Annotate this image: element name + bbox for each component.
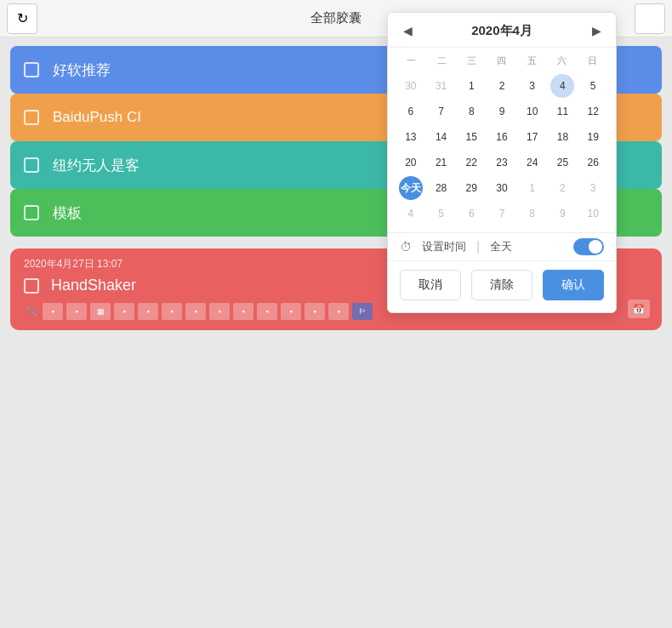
calendar-day[interactable]: 5	[581, 74, 605, 98]
weekday-label: 二	[426, 51, 456, 71]
calendar-day[interactable]: 23	[490, 151, 514, 174]
calendar-day[interactable]: 1	[521, 176, 544, 200]
settings-icon: ⏱	[400, 240, 412, 254]
calendar-day[interactable]: 25	[550, 151, 574, 174]
item-label: BaiduPush CI	[53, 109, 141, 126]
calendar-day[interactable]: 24	[521, 151, 544, 174]
weekday-label: 日	[578, 51, 607, 71]
calendar-day[interactable]: 22	[459, 151, 483, 174]
attach-icon[interactable]: 📎	[24, 303, 39, 320]
tb-icon-11[interactable]: ▪	[281, 303, 301, 320]
menu-button[interactable]	[635, 3, 665, 34]
tb-icon-1[interactable]: ▪	[43, 303, 63, 320]
calendar-day[interactable]: 18	[550, 125, 574, 149]
calendar-day[interactable]: 10	[581, 202, 605, 226]
item-label: 模板	[53, 203, 82, 223]
refresh-button[interactable]: ↻	[7, 3, 37, 34]
item-checkbox[interactable]	[24, 62, 39, 77]
calendar-day[interactable]: 6	[459, 202, 483, 226]
allday-toggle[interactable]	[573, 238, 604, 255]
confirm-button[interactable]: 确认	[543, 270, 604, 300]
next-month-button[interactable]: ▶	[587, 21, 606, 40]
calendar-day[interactable]: 2	[490, 74, 514, 98]
calendar-buttons: 取消 清除 确认	[388, 261, 616, 304]
cancel-button[interactable]: 取消	[400, 270, 461, 300]
calendar-day[interactable]: 30	[399, 74, 423, 98]
calendar-day[interactable]: 12	[581, 100, 605, 123]
weekday-label: 六	[547, 51, 577, 71]
calendar-day[interactable]: 今天	[399, 176, 423, 200]
allday-label: 全天	[490, 239, 512, 254]
weekday-label: 三	[457, 51, 487, 71]
tb-icon-2[interactable]: ▪	[66, 303, 87, 320]
settings-label: 设置时间	[422, 239, 466, 254]
calendar-day[interactable]: 7	[490, 202, 514, 226]
calendar-day[interactable]: 30	[490, 176, 514, 200]
calendar-day[interactable]: 11	[550, 100, 574, 123]
calendar-day[interactable]: 21	[430, 151, 453, 174]
card-title: HandShaker	[51, 277, 136, 294]
weekday-label: 一	[396, 51, 426, 71]
tb-icon-14[interactable]: 🏳	[352, 303, 373, 320]
tb-icon-10[interactable]: ▪	[257, 303, 277, 320]
calendar-day[interactable]: 10	[521, 100, 544, 123]
calendar-day[interactable]: 28	[430, 176, 453, 200]
card-checkbox[interactable]	[24, 278, 39, 294]
calendar-grid: 一二三四五六日 30311234567891011121314151617181…	[388, 48, 616, 229]
calendar-day[interactable]: 7	[430, 100, 453, 123]
calendar-day[interactable]: 14	[430, 125, 453, 149]
tb-icon-6[interactable]: ▪	[162, 303, 182, 320]
calendar-day[interactable]: 13	[399, 125, 423, 149]
calendar-day[interactable]: 29	[459, 176, 483, 200]
calendar-day[interactable]: 26	[581, 151, 605, 174]
top-title: 全部胶囊	[310, 10, 362, 26]
calendar-icon[interactable]: 📅	[628, 300, 650, 318]
calendar-day[interactable]: 17	[521, 125, 544, 149]
item-label: 纽约无人是客	[53, 156, 140, 175]
item-label: 好软推荐	[53, 60, 111, 80]
calendar-day[interactable]: 9	[550, 202, 574, 226]
calendar-day[interactable]: 3	[581, 176, 605, 200]
calendar-day[interactable]: 6	[399, 100, 423, 123]
tb-icon-12[interactable]: ▪	[305, 303, 325, 320]
calendar-day[interactable]: 4	[550, 74, 574, 98]
calendar-day[interactable]: 5	[430, 202, 453, 226]
clear-button[interactable]: 清除	[471, 270, 532, 300]
calendar-day[interactable]: 8	[459, 100, 483, 123]
calendar-day[interactable]: 1	[459, 74, 483, 98]
calendar-day[interactable]: 16	[490, 125, 514, 149]
calendar-day[interactable]: 2	[550, 176, 574, 200]
calendar-day[interactable]: 3	[521, 74, 544, 98]
tb-icon-4[interactable]: ▪	[114, 303, 134, 320]
weekday-label: 四	[487, 51, 516, 71]
calendar-day[interactable]: 4	[399, 202, 423, 226]
calendar-settings-row: ⏱ 设置时间 | 全天	[388, 232, 616, 261]
divider: |	[476, 239, 480, 254]
tb-icon-13[interactable]: ▪	[328, 303, 349, 320]
tb-icon-7[interactable]: ▪	[185, 303, 206, 320]
calendar-popup: ◀ 2020年4月 ▶ 一二三四五六日 30311234567891011121…	[387, 12, 617, 313]
calendar-title: 2020年4月	[471, 23, 532, 39]
calendar-day[interactable]: 8	[521, 202, 544, 226]
weekday-label: 五	[517, 51, 547, 71]
item-checkbox[interactable]	[24, 205, 39, 220]
tb-icon-9[interactable]: ▪	[233, 303, 253, 320]
calendar-day[interactable]: 19	[581, 125, 605, 149]
tb-icon-8[interactable]: ▪	[209, 303, 230, 320]
tb-icon-3[interactable]: ▦	[90, 303, 111, 320]
item-checkbox[interactable]	[24, 110, 39, 125]
calendar-day[interactable]: 20	[399, 151, 423, 174]
calendar-day[interactable]: 15	[459, 125, 483, 149]
calendar-day[interactable]: 31	[430, 74, 453, 98]
prev-month-button[interactable]: ◀	[398, 21, 417, 40]
calendar-header: ◀ 2020年4月 ▶	[388, 13, 616, 48]
tb-icon-5[interactable]: ▪	[138, 303, 158, 320]
item-checkbox[interactable]	[24, 157, 39, 173]
calendar-day[interactable]: 9	[490, 100, 514, 123]
